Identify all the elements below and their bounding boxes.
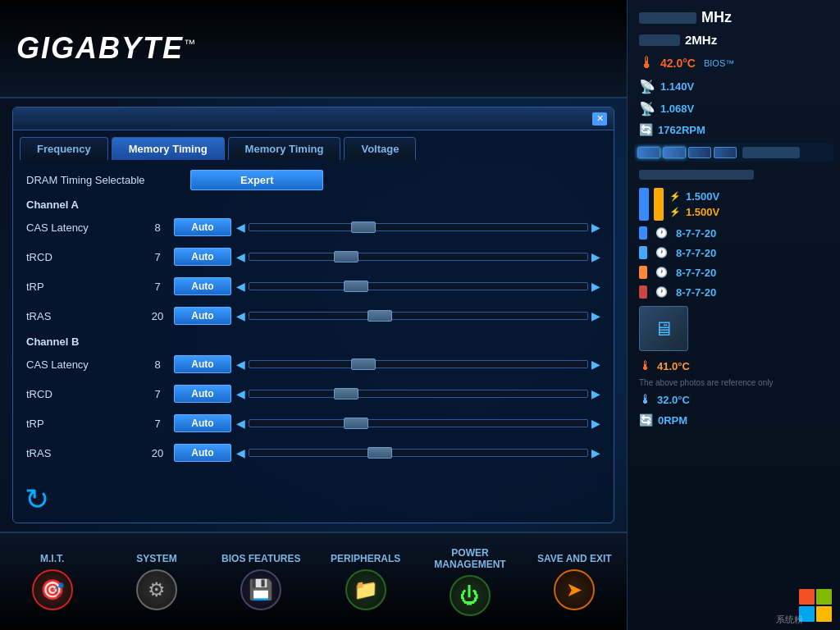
rpm2-value: 0RPM xyxy=(658,414,687,427)
ram-stick-2 xyxy=(663,147,686,158)
nav-item-system[interactable]: SYSTEM ⚙ xyxy=(104,546,208,617)
trcd-slider-thumb[interactable] xyxy=(334,251,358,262)
nav-label-bios-features: BIOS FEATURES xyxy=(221,553,300,564)
channel-b-trp-control: Auto ◀ ▶ xyxy=(174,414,600,432)
rpm1-row: 🔄 1762RPM xyxy=(634,121,833,139)
ram-timing1-row: 🕐 8-7-7-20 xyxy=(634,224,833,242)
channel-b-tras-label: tRAS xyxy=(26,447,141,459)
nav-label-mit: M.I.T. xyxy=(40,553,64,564)
temp2-row: 🌡 41.0°C xyxy=(634,356,833,376)
voltage2-row: 📡 1.068V xyxy=(634,98,833,119)
channel-b-cas-value: 8 xyxy=(141,358,174,371)
channel-a-tras-row: tRAS 20 Auto ◀ ▶ xyxy=(26,304,600,327)
channel-b-tras-row: tRAS 20 Auto ◀ ▶ xyxy=(26,441,600,464)
channel-b-tras-control: Auto ◀ ▶ xyxy=(174,444,600,462)
nav-item-save-exit[interactable]: SAVE AND EXIT ➤ xyxy=(523,546,627,617)
tras-slider-thumb[interactable] xyxy=(368,310,392,322)
ram-timing3-row: 🕐 8-7-7-20 xyxy=(634,263,833,281)
nav-label-save-exit: SAVE AND EXIT xyxy=(537,553,612,564)
slider-left-arrow[interactable]: ◀ xyxy=(236,221,245,234)
dram-timing-control[interactable]: Expert xyxy=(190,170,600,190)
channel-b-trp-auto-btn[interactable]: Auto xyxy=(174,414,231,432)
channel-b-tras-auto-btn[interactable]: Auto xyxy=(174,444,231,462)
channel-b-trp-value: 7 xyxy=(141,418,174,430)
channel-a-tras-control: Auto ◀ ▶ xyxy=(174,307,600,325)
channel-a-tras-label: tRAS xyxy=(26,310,141,322)
antenna1-icon: 📡 xyxy=(639,79,655,94)
channel-b-tras-value: 20 xyxy=(141,447,174,459)
b-trp-slider-right[interactable]: ▶ xyxy=(591,417,600,430)
tab-memory-timing-1[interactable]: Memory Timing xyxy=(112,137,225,160)
panel-titlebar: ✕ xyxy=(13,107,614,130)
b-trp-slider-left[interactable]: ◀ xyxy=(236,417,245,430)
b-trcd-slider-right[interactable]: ▶ xyxy=(591,387,600,400)
channel-a-tras-slider: ◀ ▶ xyxy=(236,309,600,322)
b-cas-slider-left[interactable]: ◀ xyxy=(236,358,245,371)
channel-b-cas-slider: ◀ ▶ xyxy=(236,358,600,371)
channel-a-cas-label: CAS Latency xyxy=(26,221,141,234)
channel-a-trp-value: 7 xyxy=(141,281,174,293)
refresh-icon[interactable]: ↻ xyxy=(25,482,66,523)
trp-slider-left[interactable]: ◀ xyxy=(236,280,245,293)
channel-a-cas-control: Auto ◀ ▶ xyxy=(174,218,600,236)
channel-a-tras-auto-btn[interactable]: Auto xyxy=(174,307,231,325)
b-cas-slider-thumb[interactable] xyxy=(351,358,376,370)
fan1-icon: 🔄 xyxy=(639,123,653,136)
b-cas-slider-track[interactable] xyxy=(249,360,588,368)
motherboard-icon-area: 🖥 xyxy=(634,303,833,354)
tab-memory-timing-2[interactable]: Memory Timing xyxy=(228,137,341,160)
b-tras-slider-thumb[interactable] xyxy=(368,447,392,459)
slider-thumb[interactable] xyxy=(351,221,376,233)
trcd-slider-left[interactable]: ◀ xyxy=(236,250,245,263)
tabs-container: Frequency Memory Timing Memory Timing Vo… xyxy=(13,130,614,160)
temp3-row: 🌡 32.0°C xyxy=(634,390,833,409)
b-tras-slider-track[interactable] xyxy=(249,449,588,457)
nav-icon-system: ⚙ xyxy=(136,569,177,610)
ram-stick-3 xyxy=(688,147,711,158)
channel-a-trcd-auto-btn[interactable]: Auto xyxy=(174,248,231,266)
trp-slider-thumb[interactable] xyxy=(344,281,368,292)
b-tras-slider-left[interactable]: ◀ xyxy=(236,446,245,459)
channel-b-trcd-auto-btn[interactable]: Auto xyxy=(174,385,231,403)
channel-a-trp-control: Auto ◀ ▶ xyxy=(174,277,600,295)
nav-item-mit[interactable]: M.I.T. 🎯 xyxy=(0,546,104,617)
panel-close-button[interactable]: ✕ xyxy=(592,112,607,126)
channel-b-cas-auto-btn[interactable]: Auto xyxy=(174,355,231,373)
channel-b-cas-control: Auto ◀ ▶ xyxy=(174,355,600,373)
b-trcd-slider-left[interactable]: ◀ xyxy=(236,387,245,400)
b-trcd-slider-thumb[interactable] xyxy=(334,388,358,399)
voltage4-row: ⚡ 1.500V xyxy=(669,205,720,219)
b-cas-slider-right[interactable]: ▶ xyxy=(591,358,600,371)
trcd-slider-right[interactable]: ▶ xyxy=(591,250,600,263)
nav-item-power-management[interactable]: POWER MANAGEMENT ⏻ xyxy=(418,541,522,623)
nav-item-bios-features[interactable]: BIOS FEATURES 💾 xyxy=(209,546,313,617)
tab-frequency[interactable]: Frequency xyxy=(20,137,108,160)
ram-stick-1 xyxy=(637,147,660,158)
slider-track[interactable] xyxy=(249,223,588,231)
channel-a-trp-auto-btn[interactable]: Auto xyxy=(174,277,231,295)
slider-right-arrow[interactable]: ▶ xyxy=(591,221,600,234)
b-trp-slider-thumb[interactable] xyxy=(344,418,368,429)
trp-slider-track[interactable] xyxy=(249,282,588,290)
b-trp-slider-track[interactable] xyxy=(249,419,588,427)
tras-slider-left[interactable]: ◀ xyxy=(236,309,245,322)
ram-timing3-value: 8-7-7-20 xyxy=(676,267,716,279)
tab-voltage[interactable]: Voltage xyxy=(344,137,416,160)
rpm2-row: 🔄 0RPM xyxy=(634,411,833,429)
trcd-slider-track[interactable] xyxy=(249,253,588,261)
b-trcd-slider-track[interactable] xyxy=(249,390,588,398)
dram-timing-label: DRAM Timing Selectable xyxy=(26,174,190,186)
channel-a-cas-value: 8 xyxy=(141,221,174,234)
dram-timing-row: DRAM Timing Selectable Expert xyxy=(26,170,600,190)
trp-slider-right[interactable]: ▶ xyxy=(591,280,600,293)
channel-a-trcd-control: Auto ◀ ▶ xyxy=(174,248,600,266)
tras-slider-right[interactable]: ▶ xyxy=(591,309,600,322)
nav-label-system: SYSTEM xyxy=(136,553,176,564)
tras-slider-track[interactable] xyxy=(249,312,588,320)
nav-icon-power-management: ⏻ xyxy=(450,575,491,616)
nav-item-peripherals[interactable]: PERIPHERALS 📁 xyxy=(313,546,418,617)
channel-b-cas-label: CAS Latency xyxy=(26,358,141,371)
channel-a-cas-auto-btn[interactable]: Auto xyxy=(174,218,231,236)
dram-expert-button[interactable]: Expert xyxy=(190,170,323,190)
b-tras-slider-right[interactable]: ▶ xyxy=(591,446,600,459)
